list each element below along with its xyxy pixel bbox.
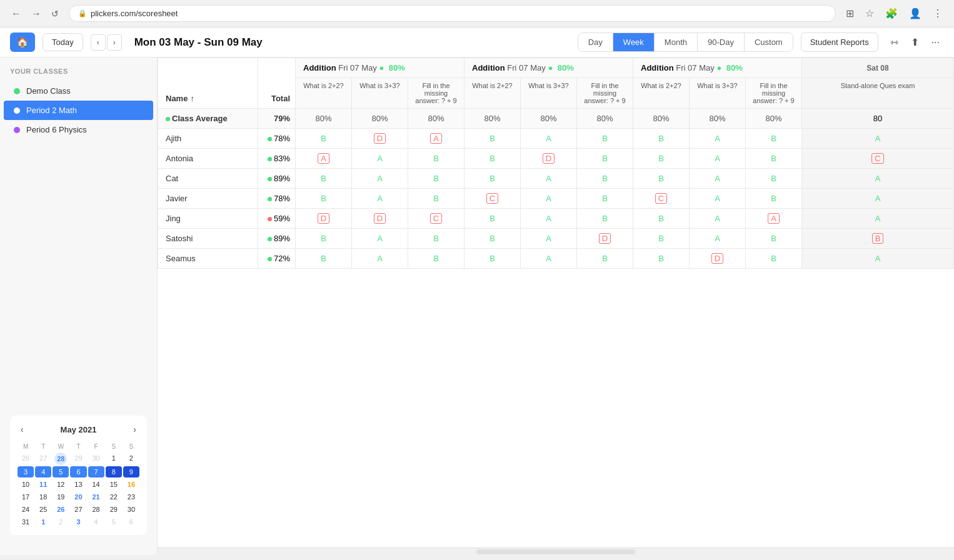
cal-day-5-jun[interactable]: 5 bbox=[106, 516, 122, 528]
ajith-1-3: A bbox=[408, 129, 464, 149]
menu-icon[interactable]: ⋮ bbox=[929, 5, 946, 22]
mini-calendar: ‹ May 2021 › M T W T F S S 26 bbox=[10, 416, 147, 535]
reload-button[interactable]: ↺ bbox=[48, 6, 63, 22]
cal-day-11[interactable]: 11 bbox=[35, 479, 51, 490]
q3-3-header: Fill in the missing answer: ? + 9 bbox=[746, 78, 802, 109]
toolbar-right-actions: ⇿ ⬆ ··· bbox=[886, 34, 944, 51]
cal-day-1-jun[interactable]: 1 bbox=[35, 516, 51, 528]
javier-3-2: A bbox=[690, 189, 746, 209]
tab-week[interactable]: Week bbox=[613, 33, 655, 51]
cal-day-21[interactable]: 21 bbox=[88, 491, 104, 502]
cal-day-3-jun[interactable]: 3 bbox=[70, 516, 86, 528]
section-2-date: Fri 07 May bbox=[507, 63, 545, 72]
cal-day-1-may[interactable]: 1 bbox=[106, 452, 122, 465]
cal-day-12[interactable]: 12 bbox=[53, 479, 69, 490]
cal-day-26-apr[interactable]: 26 bbox=[18, 452, 34, 465]
cal-day-10[interactable]: 10 bbox=[18, 479, 34, 490]
star-icon[interactable]: ☆ bbox=[861, 5, 878, 22]
today-button[interactable]: Today bbox=[43, 33, 83, 51]
cal-day-15[interactable]: 15 bbox=[106, 479, 122, 490]
cat-1-1: B bbox=[296, 169, 352, 189]
expand-icon[interactable]: ⇿ bbox=[886, 34, 903, 51]
address-bar[interactable]: 🔒 plickers.com/scoresheet bbox=[69, 5, 836, 22]
grid-icon[interactable]: ⊞ bbox=[842, 5, 858, 22]
sidebar-item-period2-math[interactable]: Period 2 Math bbox=[4, 101, 153, 120]
next-period-button[interactable]: › bbox=[107, 34, 122, 51]
cal-day-29-apr[interactable]: 29 bbox=[70, 452, 86, 465]
cal-day-28-apr[interactable]: 28 bbox=[54, 452, 67, 465]
tab-custom[interactable]: Custom bbox=[745, 33, 793, 51]
cal-day-30-apr[interactable]: 30 bbox=[88, 452, 104, 465]
cal-header-s1: S bbox=[106, 442, 122, 451]
cal-day-2-jun[interactable]: 2 bbox=[53, 516, 69, 528]
cal-day-17[interactable]: 17 bbox=[18, 491, 34, 502]
horizontal-scrollbar[interactable] bbox=[158, 548, 954, 555]
cal-day-8[interactable]: 8 bbox=[106, 466, 122, 478]
back-button[interactable]: ← bbox=[8, 6, 25, 22]
cal-day-13[interactable]: 13 bbox=[70, 479, 86, 490]
url-text: plickers.com/scoresheet bbox=[91, 9, 178, 18]
cal-day-16[interactable]: 16 bbox=[123, 479, 139, 490]
cal-day-23[interactable]: 23 bbox=[123, 491, 139, 502]
cal-prev-button[interactable]: ‹ bbox=[18, 423, 27, 436]
cal-day-27-apr[interactable]: 27 bbox=[35, 452, 51, 465]
cal-day-29[interactable]: 29 bbox=[106, 504, 122, 515]
cal-day-9[interactable]: 9 bbox=[123, 466, 139, 478]
cal-day-19[interactable]: 19 bbox=[53, 491, 69, 502]
extensions-icon[interactable]: 🧩 bbox=[881, 5, 901, 22]
prev-period-button[interactable]: ‹ bbox=[91, 34, 106, 51]
sidebar-item-demo-class[interactable]: Demo Class bbox=[4, 81, 153, 101]
more-options-icon[interactable]: ··· bbox=[927, 34, 944, 51]
jing-name: Jing bbox=[158, 209, 258, 229]
cal-day-2-may[interactable]: 2 bbox=[123, 452, 139, 465]
antonia-3-2: A bbox=[690, 149, 746, 169]
cal-day-28[interactable]: 28 bbox=[88, 504, 104, 515]
tab-month[interactable]: Month bbox=[655, 33, 698, 51]
student-reports-button[interactable]: Student Reports bbox=[801, 32, 878, 52]
cal-day-31[interactable]: 31 bbox=[18, 516, 34, 528]
cal-day-4[interactable]: 4 bbox=[35, 466, 51, 478]
cal-header-t1: T bbox=[35, 442, 51, 451]
section-3-date: Fri 07 May bbox=[676, 63, 714, 72]
q3-1-header: What is 2+2? bbox=[633, 78, 690, 109]
ajith-sat: A bbox=[802, 129, 954, 149]
main-area: Your Classes Demo Class Period 2 Math Pe… bbox=[0, 58, 954, 555]
cal-header-f: F bbox=[88, 442, 104, 451]
class-dot-period2 bbox=[14, 108, 20, 114]
cal-day-6-jun[interactable]: 6 bbox=[123, 516, 139, 528]
cal-day-18[interactable]: 18 bbox=[35, 491, 51, 502]
app-container: 🏠 Today ‹ › Mon 03 May - Sun 09 May Day … bbox=[0, 28, 954, 555]
jing-sat: A bbox=[802, 209, 954, 229]
cal-day-6[interactable]: 6 bbox=[70, 466, 86, 478]
cal-day-20[interactable]: 20 bbox=[70, 491, 86, 502]
cal-day-14[interactable]: 14 bbox=[88, 479, 104, 490]
share-icon[interactable]: ⬆ bbox=[906, 34, 923, 51]
cal-day-3[interactable]: 3 bbox=[18, 466, 34, 478]
cal-day-26[interactable]: 26 bbox=[53, 504, 69, 515]
cal-day-25[interactable]: 25 bbox=[35, 504, 51, 515]
cal-day-22[interactable]: 22 bbox=[106, 491, 122, 502]
cal-day-7[interactable]: 7 bbox=[88, 466, 104, 478]
cal-day-4-jun[interactable]: 4 bbox=[88, 516, 104, 528]
name-header-label[interactable]: Name ↑ bbox=[158, 89, 258, 108]
table-wrapper[interactable]: Name ↑ Total Addition bbox=[158, 58, 954, 548]
tab-90-day[interactable]: 90-Day bbox=[698, 33, 745, 51]
jing-1-2: D bbox=[352, 209, 408, 229]
profile-icon[interactable]: 👤 bbox=[905, 5, 925, 22]
home-button[interactable]: 🏠 bbox=[10, 32, 35, 52]
antonia-3-1: B bbox=[633, 149, 690, 169]
cal-day-30[interactable]: 30 bbox=[123, 504, 139, 515]
cal-day-24[interactable]: 24 bbox=[18, 504, 34, 515]
seamus-3-3: B bbox=[746, 249, 802, 269]
cal-day-27[interactable]: 27 bbox=[70, 504, 86, 515]
sidebar-item-period6-physics[interactable]: Period 6 Physics bbox=[4, 120, 153, 139]
cell-avg-2-2: 80% bbox=[521, 109, 577, 129]
tab-day[interactable]: Day bbox=[578, 33, 613, 51]
row-seamus: Seamus 72% B A B B A B B D B A bbox=[158, 249, 954, 269]
cal-header-s2: S bbox=[123, 442, 139, 451]
satoshi-sat: B bbox=[802, 229, 954, 249]
cal-next-button[interactable]: › bbox=[130, 423, 139, 436]
total-column-header: Total bbox=[258, 58, 296, 109]
cal-day-5[interactable]: 5 bbox=[53, 466, 69, 478]
forward-button[interactable]: → bbox=[28, 6, 45, 22]
